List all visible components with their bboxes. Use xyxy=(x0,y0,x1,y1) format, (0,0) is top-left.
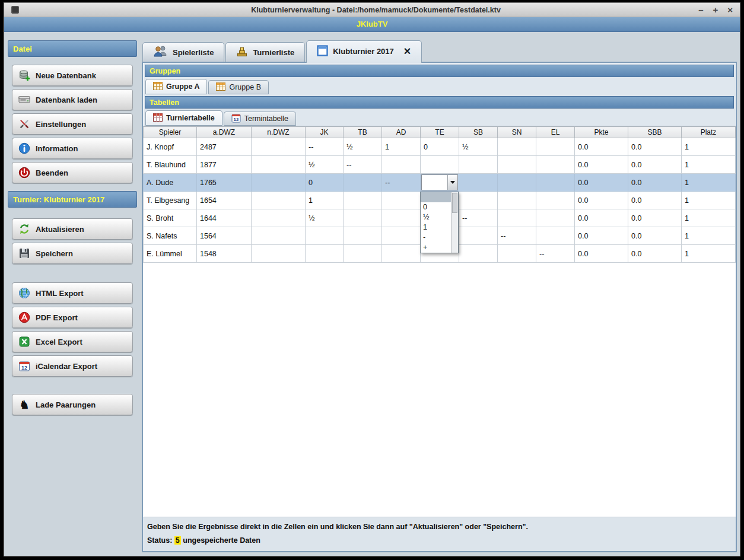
table-cell[interactable]: 0 xyxy=(306,174,344,192)
einstellungen-button[interactable]: Einstellungen xyxy=(12,113,133,135)
combo-dropdown-button[interactable] xyxy=(447,175,457,190)
table-cell[interactable]: 0.0 xyxy=(575,138,628,156)
table-cell[interactable]: 1 xyxy=(382,138,421,156)
table-cell[interactable]: 0.0 xyxy=(628,227,682,245)
table-cell[interactable] xyxy=(421,156,459,174)
beenden-button[interactable]: Beenden xyxy=(12,162,133,183)
table-cell[interactable] xyxy=(252,174,306,192)
table-cell[interactable]: S. Broht xyxy=(144,209,197,227)
column-header-tb[interactable]: TB xyxy=(344,127,382,138)
table-cell[interactable]: T. Elbgesang xyxy=(144,192,197,209)
html-export-button[interactable]: HTML Export xyxy=(12,282,133,304)
datenbank-laden-button[interactable]: Datenbank laden xyxy=(12,89,133,110)
column-header-sn[interactable]: SN xyxy=(498,127,536,138)
table-cell[interactable] xyxy=(252,192,306,209)
dropdown-option[interactable]: 1 xyxy=(421,222,451,233)
table-row[interactable]: T. Blauhund1877½--0.00.01 xyxy=(144,156,736,174)
table-cell[interactable]: -- xyxy=(306,138,344,156)
speichern-button[interactable]: Speichern xyxy=(12,243,133,264)
table-cell[interactable] xyxy=(344,209,382,227)
table-cell[interactable]: 0.0 xyxy=(628,174,682,192)
table-cell[interactable]: 0.0 xyxy=(628,138,682,156)
table-cell[interactable]: 0.0 xyxy=(575,209,628,227)
table-cell[interactable]: 0.0 xyxy=(628,245,682,263)
aktualisieren-button[interactable]: Aktualisieren xyxy=(12,218,133,240)
table-cell[interactable]: -- xyxy=(382,174,421,192)
dropdown-option[interactable]: 0 xyxy=(421,202,451,212)
table-cell[interactable] xyxy=(252,156,306,174)
tab-turniertabelle[interactable]: Turniertabelle xyxy=(145,110,222,126)
table-cell[interactable]: A. Dude xyxy=(144,174,197,192)
table-cell[interactable]: 0.0 xyxy=(575,156,628,174)
table-cell[interactable]: 1644 xyxy=(197,209,252,227)
table-cell[interactable]: 1 xyxy=(682,156,736,174)
icalendar-export-button[interactable]: 12 iCalendar Export xyxy=(12,355,133,377)
tab-klubturnier-2017[interactable]: Klubturnier 2017 ✕ xyxy=(306,40,422,63)
dropdown-option[interactable]: + xyxy=(421,243,451,253)
table-cell[interactable]: ½ xyxy=(344,138,382,156)
table-cell[interactable]: -- xyxy=(536,245,575,263)
column-header-a-dwz[interactable]: a.DWZ xyxy=(197,127,252,138)
table-cell[interactable] xyxy=(252,227,306,245)
table-cell[interactable]: 1564 xyxy=(197,227,252,245)
table-cell[interactable]: J. Knopf xyxy=(144,138,197,156)
table-cell[interactable]: -- xyxy=(344,156,382,174)
table-cell[interactable] xyxy=(459,245,498,263)
column-header-sbb[interactable]: SBB xyxy=(628,127,682,138)
table-cell[interactable] xyxy=(459,156,498,174)
table-cell[interactable] xyxy=(536,156,575,174)
table-cell[interactable]: E. Lümmel xyxy=(144,245,197,263)
table-cell[interactable] xyxy=(498,209,536,227)
table-cell[interactable]: 0.0 xyxy=(628,192,682,209)
table-cell[interactable] xyxy=(252,138,306,156)
column-header-n-dwz[interactable]: n.DWZ xyxy=(252,127,306,138)
table-cell[interactable] xyxy=(459,174,498,192)
maximize-button[interactable]: + xyxy=(713,5,718,14)
dropdown-option[interactable]: - xyxy=(421,233,451,243)
table-cell[interactable] xyxy=(498,174,536,192)
table-cell[interactable] xyxy=(382,156,421,174)
result-combo-editor[interactable] xyxy=(421,174,458,190)
table-cell[interactable] xyxy=(306,227,344,245)
table-row[interactable]: A. Dude17650--0.00.01 xyxy=(144,174,736,192)
excel-export-button[interactable]: Excel Export xyxy=(12,331,133,352)
table-cell[interactable]: 0.0 xyxy=(628,156,682,174)
pdf-export-button[interactable]: PDF Export xyxy=(12,307,133,328)
table-cell[interactable]: 2487 xyxy=(197,138,252,156)
table-cell[interactable]: ½ xyxy=(306,209,344,227)
table-cell[interactable]: 1 xyxy=(306,192,344,209)
table-cell[interactable]: 1 xyxy=(682,227,736,245)
table-cell[interactable]: -- xyxy=(498,227,536,245)
table-cell[interactable] xyxy=(344,174,382,192)
titlebar[interactable]: Klubturnierverwaltung - Datei:/home/mamu… xyxy=(4,3,740,17)
table-cell[interactable]: 1 xyxy=(682,174,736,192)
tab-close-icon[interactable]: ✕ xyxy=(403,47,411,56)
column-header-pkte[interactable]: Pkte xyxy=(575,127,628,138)
column-header-spieler[interactable]: Spieler xyxy=(144,127,197,138)
table-cell[interactable]: 0.0 xyxy=(575,192,628,209)
dropdown-scrollbar[interactable] xyxy=(451,192,458,253)
column-header-jk[interactable]: JK xyxy=(306,127,344,138)
table-cell[interactable]: 1877 xyxy=(197,156,252,174)
table-cell[interactable] xyxy=(382,192,421,209)
table-cell[interactable]: 0.0 xyxy=(575,245,628,263)
column-header-platz[interactable]: Platz xyxy=(682,127,736,138)
table-cell[interactable]: 0.0 xyxy=(575,174,628,192)
table-cell[interactable]: 0 xyxy=(421,138,459,156)
table-cell[interactable] xyxy=(536,138,575,156)
lade-paarungen-button[interactable]: ♞ Lade Paarungen xyxy=(12,394,133,415)
table-cell[interactable] xyxy=(498,192,536,209)
table-cell[interactable] xyxy=(382,227,421,245)
column-header-sb[interactable]: SB xyxy=(459,127,498,138)
table-cell[interactable] xyxy=(344,245,382,263)
table-cell[interactable] xyxy=(252,209,306,227)
table-cell[interactable]: 1 xyxy=(682,192,736,209)
table-cell[interactable]: T. Blauhund xyxy=(144,156,197,174)
table-cell[interactable]: 0.0 xyxy=(628,209,682,227)
table-cell[interactable] xyxy=(498,156,536,174)
scrollbar-thumb[interactable] xyxy=(452,193,457,213)
table-cell[interactable] xyxy=(382,245,421,263)
column-header-te[interactable]: TE xyxy=(421,127,459,138)
table-cell[interactable]: -- xyxy=(459,209,498,227)
table-cell[interactable]: 1548 xyxy=(197,245,252,263)
